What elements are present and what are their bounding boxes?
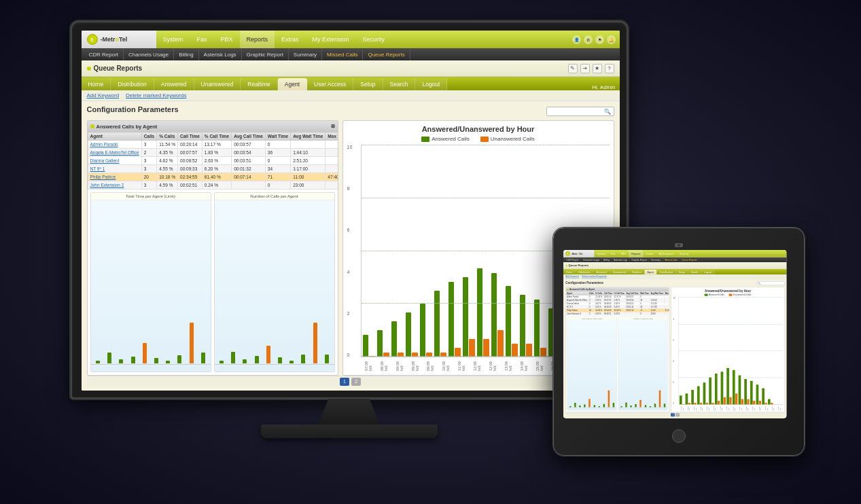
tab-unanswered[interactable]: Unanswered [194, 78, 241, 90]
chart-legend: Answered Calls Unanswered Calls [347, 136, 610, 142]
x-label: 22:03 h/d [777, 406, 781, 410]
queue-star-btn[interactable]: ★ [593, 64, 602, 73]
search-box[interactable]: 🔍 [546, 107, 614, 116]
bar-group [767, 399, 772, 404]
unanswered-bar [412, 353, 418, 357]
unanswered-bar [765, 403, 767, 405]
subnav-cdr[interactable]: CDR Report [84, 48, 124, 60]
cell-call-time: 00:02:51 [178, 181, 203, 190]
unanswered-bar [540, 348, 546, 357]
nav-system[interactable]: System [156, 31, 190, 48]
tab-search[interactable]: Search [383, 78, 416, 90]
mini-chart-left: Total Time per Agent (Limit) [90, 192, 211, 372]
table-body: Admin Parado 3 11.54 % 00:20:14 13.17 % … [88, 141, 338, 190]
tab-answered[interactable]: Answered [154, 78, 194, 90]
cell-avg-wait: 1:17:00 [291, 165, 326, 173]
unanswered-bar [469, 339, 475, 357]
mini-bar-item [574, 403, 576, 408]
agent-link[interactable]: Admin Parado [90, 142, 118, 147]
tablet-content: Configuration Parameters 🔍 Answered Call… [563, 279, 786, 418]
bar-group [738, 376, 743, 405]
user-icon[interactable]: 👤 [572, 35, 581, 44]
subnav-graphic[interactable]: Graphic Report [242, 48, 289, 60]
mini-chart-left-body [91, 200, 211, 372]
subnav-queue[interactable]: Queue Reports [363, 48, 410, 60]
monitor-stand-neck [315, 399, 383, 425]
bell-icon[interactable]: 🔔 [607, 35, 616, 44]
cell-pct-call-time: 1.83 % [202, 149, 231, 157]
tablet-data-table: Agent Calls % Calls Call Time % Call Tim… [565, 292, 669, 316]
tablet-subnav-billing: Billing [601, 257, 612, 262]
answered-bar [420, 304, 426, 357]
tab-logout[interactable]: Logout [415, 78, 447, 90]
x-label: 14:09 h/d [520, 359, 528, 371]
flag-icon[interactable]: ⚑ [595, 35, 604, 44]
bar-group [449, 282, 461, 357]
tablet-home-btn[interactable] [672, 429, 686, 443]
tablet-main-nav: System Fax PBX Reports Extras My Extensi… [594, 250, 786, 257]
tab-user-access[interactable]: User Access [307, 78, 353, 90]
subnav-billing[interactable]: Billing [174, 48, 198, 60]
nav-extras[interactable]: Extras [275, 31, 306, 48]
mini-bar-item [639, 400, 641, 408]
unanswered-bar [758, 401, 761, 404]
mini-bar-item [96, 361, 100, 363]
tab-setup[interactable]: Setup [353, 78, 383, 90]
agent-link[interactable]: Philip Patrice [90, 175, 116, 179]
cell-avg-call: 00:07:14 [232, 173, 266, 181]
expand-icon[interactable]: ⊞ [331, 124, 335, 129]
answered-bar [750, 381, 752, 405]
tab-home[interactable]: Home [82, 78, 111, 90]
tablet-table-wrapper: Agent Calls % Calls Call Time % Call Tim… [565, 292, 669, 316]
legend-unanswered-label: Unanswered Calls [491, 136, 535, 142]
page-1-btn[interactable]: 1 [340, 378, 349, 386]
tab-realtime[interactable]: Realtime [241, 78, 278, 90]
settings-icon[interactable]: ⚙ [584, 35, 593, 44]
queue-arrow-btn[interactable]: ⇥ [580, 64, 590, 73]
nav-pbx[interactable]: PBX [214, 31, 240, 48]
agent-link[interactable]: John Extension 2 [90, 183, 124, 187]
unanswered-bar [741, 399, 743, 404]
answered-bar [720, 372, 723, 404]
answered-bar [534, 300, 540, 357]
tablet-outer: E -MetroTel System Fax PBX Reports Extra… [553, 228, 805, 456]
tablet-tab-setup: Setup [675, 270, 688, 274]
legend-unanswered: Unanswered Calls [480, 136, 535, 142]
add-keyword-link[interactable]: Add Keyword [87, 92, 120, 98]
nav-fax[interactable]: Fax [190, 31, 214, 48]
page-2-btn[interactable]: 2 [351, 378, 361, 386]
delete-keyword-link[interactable]: Delete marked Keywords [126, 92, 186, 98]
tab-distribution[interactable]: Distribution [111, 78, 154, 90]
nav-my-extension[interactable]: My Extension [306, 31, 356, 48]
x-label: 11:09 h/d [719, 406, 722, 410]
agent-link[interactable]: NT 9* 1 [90, 166, 105, 171]
x-label: 08:09 h/d [686, 406, 690, 410]
x-label: 13:09 h/d [504, 359, 512, 371]
subnav-summary[interactable]: Summary [289, 48, 322, 60]
cell-max-wait [326, 157, 338, 165]
x-label: 14:09 h/d [745, 406, 748, 410]
queue-edit-btn[interactable]: ✎ [568, 64, 578, 73]
subnav-channels[interactable]: Channels Usage [124, 48, 174, 60]
nav-reports[interactable]: Reports [240, 31, 275, 48]
mini-charts: Total Time per Agent (Limit) Number of C… [88, 190, 338, 375]
agent-link[interactable]: Angela E-MetroTel Office [90, 150, 139, 155]
mini-bar-item [658, 391, 660, 408]
queue-help-btn[interactable]: ? [605, 64, 614, 73]
subnav-missed[interactable]: Missed Calls [322, 48, 363, 60]
answered-bar [506, 286, 512, 357]
bar-group [732, 370, 737, 405]
unanswered-bar [483, 339, 489, 357]
answered-bar [709, 377, 711, 404]
tab-agent[interactable]: Agent [278, 78, 307, 90]
mini-bar-item [313, 323, 317, 363]
answered-bar [697, 386, 699, 405]
tablet-del-kw: Delete marked Keywords [582, 276, 607, 278]
unanswered-bar [752, 401, 755, 404]
agent-link[interactable]: Dianna Gallent [90, 158, 120, 163]
nav-security[interactable]: Security [356, 31, 392, 48]
tablet-chart-area [678, 297, 782, 405]
bar-group [506, 286, 518, 357]
subnav-asterisk[interactable]: Asterisk Logs [199, 48, 242, 60]
gridline [362, 198, 610, 198]
